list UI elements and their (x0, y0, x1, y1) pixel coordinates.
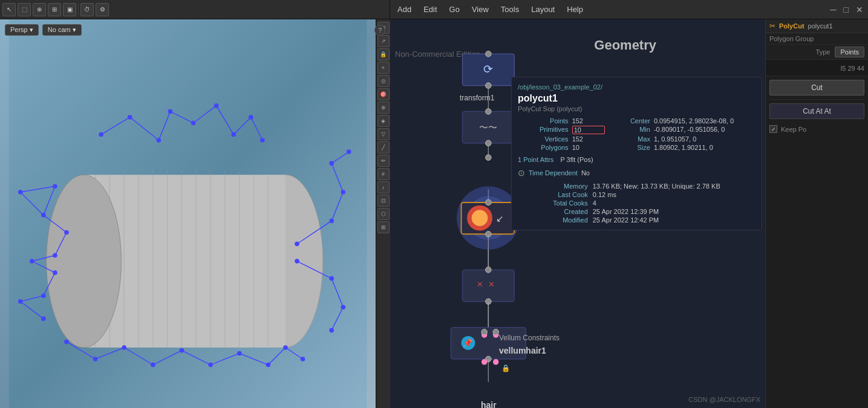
tool-cursor-icon[interactable]: ↖ (2, 3, 16, 16)
vertices-value: 152 (572, 135, 605, 143)
svg-point-19 (157, 138, 162, 143)
tool-move-icon[interactable]: ⊕ (33, 3, 46, 16)
modified-value: 25 Apr 2022 12:42 PM (593, 216, 755, 224)
created-value: 25 Apr 2022 12:39 PM (593, 208, 755, 215)
svg-point-40 (180, 348, 184, 353)
node-graph[interactable]: Non-Commercial Edition Geometry ⟳ (390, 19, 765, 408)
tool-grid-icon[interactable]: ⊞ (48, 3, 61, 16)
tool-wrench-icon[interactable]: ⚙ (96, 3, 109, 16)
svg-point-17 (99, 132, 103, 137)
side-tool-8[interactable]: ◈ (377, 115, 390, 127)
side-tool-3[interactable]: 🔒 (377, 48, 390, 60)
svg-point-81 (486, 267, 492, 273)
svg-text:✕: ✕ (488, 280, 495, 289)
time-icon: ⊙ (518, 168, 525, 178)
svg-point-90 (493, 329, 499, 335)
svg-point-29 (64, 230, 69, 235)
side-tool-11[interactable]: ✏ (377, 155, 390, 167)
menu-layout[interactable]: Layout (529, 4, 557, 15)
side-tool-2[interactable]: ↗ (377, 35, 390, 47)
svg-point-25 (260, 138, 265, 143)
hair-label: hair (481, 400, 497, 408)
svg-text:↙: ↙ (496, 213, 504, 224)
points-label: Points (518, 117, 569, 125)
3d-scene-svg (0, 19, 376, 408)
tool-clock-icon[interactable]: ⏱ (80, 3, 94, 16)
svg-point-45 (301, 357, 305, 361)
svg-point-30 (53, 253, 57, 258)
svg-point-41 (208, 363, 213, 368)
svg-point-16 (47, 175, 122, 348)
menu-help[interactable]: Help (564, 4, 586, 15)
menu-go[interactable]: Go (447, 4, 462, 15)
svg-point-20 (168, 109, 173, 114)
info-name: polycut1 (518, 93, 755, 104)
properties-panel: ✂ PolyCut polycut1 Polygon Group Type Po… (765, 19, 868, 408)
last-cook-label: Last Cook (518, 191, 588, 198)
persp-dropdown[interactable]: Persp ▾ (5, 24, 39, 36)
side-tool-15[interactable]: ⬡ (377, 208, 390, 220)
cut-at-at-button[interactable]: Cut At At (769, 103, 864, 119)
info-popup: /obj/lesson_03_example_02/ polycut1 Poly… (511, 77, 762, 230)
svg-point-66 (486, 109, 492, 115)
modified-label: Modified (518, 216, 588, 224)
type-row: Type Points (766, 45, 868, 60)
svg-point-18 (128, 115, 132, 120)
viewport-3d[interactable]: Persp ▾ No cam ▾ ? (0, 19, 390, 408)
keep-po-checkbox[interactable]: ✓ (769, 125, 777, 133)
svg-point-73 (472, 210, 488, 226)
svg-text:📌: 📌 (463, 338, 474, 348)
side-tool-13[interactable]: ♪ (377, 181, 390, 193)
svg-point-21 (191, 121, 196, 126)
side-tool-6[interactable]: 🎯 (377, 88, 390, 100)
svg-point-32 (53, 270, 57, 275)
svg-point-53 (341, 305, 345, 309)
keep-po-row: ✓ Keep Po (766, 123, 868, 135)
svg-point-54 (329, 328, 334, 333)
side-tool-14[interactable]: ⊡ (377, 195, 390, 207)
side-tool-5[interactable]: ◎ (377, 75, 390, 87)
tool-select-icon[interactable]: ⬚ (18, 3, 31, 16)
svg-text:〜〜: 〜〜 (479, 122, 497, 132)
svg-point-31 (30, 259, 34, 264)
svg-point-62 (486, 51, 492, 57)
svg-point-23 (231, 132, 236, 137)
menu-add[interactable]: Add (395, 4, 414, 15)
props-name: polycut1 (808, 22, 833, 30)
svg-text:⟳: ⟳ (483, 63, 493, 76)
left-toolbar-top: ↖ ⬚ ⊕ ⊞ ▣ ⏱ ⚙ (0, 0, 390, 19)
type-label: Type (816, 48, 830, 56)
vellum-hair-label: vellumhair1 (499, 346, 546, 355)
transform1-label: transform1 (460, 94, 494, 102)
svg-point-93 (493, 359, 499, 365)
side-tool-12[interactable]: # (377, 168, 390, 180)
menu-tools[interactable]: Tools (498, 4, 521, 15)
menu-view[interactable]: View (469, 4, 491, 15)
memory-label: Memory (518, 183, 588, 190)
side-tool-10[interactable]: ╱ (377, 141, 390, 154)
svg-text:🔒: 🔒 (501, 364, 511, 372)
primitives-label: Primitives (518, 126, 569, 134)
svg-point-22 (214, 103, 219, 108)
side-tool-9[interactable]: ▽ (377, 128, 390, 140)
min-value: -0.809017, -0.951056, 0 (654, 126, 755, 134)
cut-button[interactable]: Cut (769, 80, 864, 96)
svg-point-33 (41, 293, 46, 298)
side-tool-7[interactable]: ⊕ (377, 102, 390, 114)
svg-point-28 (53, 184, 57, 189)
points-tab[interactable]: Points (835, 47, 864, 57)
window-maximize-icon[interactable]: □ (844, 5, 849, 15)
window-minimize-icon[interactable]: ─ (830, 5, 837, 15)
svg-point-27 (18, 190, 23, 195)
center-value: 0.0954915, 2.98023e-08, 0 (654, 117, 755, 125)
attrs-row: 1 Point Attrs P 3flt (Pos) (518, 156, 755, 163)
menu-edit[interactable]: Edit (421, 4, 439, 15)
side-tool-16[interactable]: ⊞ (377, 221, 390, 233)
tool-render-icon[interactable]: ▣ (63, 3, 76, 16)
window-close-icon[interactable]: ✕ (856, 5, 863, 15)
right-menubar: Add Edit Go View Tools Layout Help ─ □ ✕ (390, 0, 868, 19)
svg-point-52 (329, 276, 334, 281)
viewport-question-icon[interactable]: ? (374, 25, 385, 36)
cam-dropdown[interactable]: No cam ▾ (42, 24, 82, 36)
side-tool-4[interactable]: × (377, 62, 390, 74)
